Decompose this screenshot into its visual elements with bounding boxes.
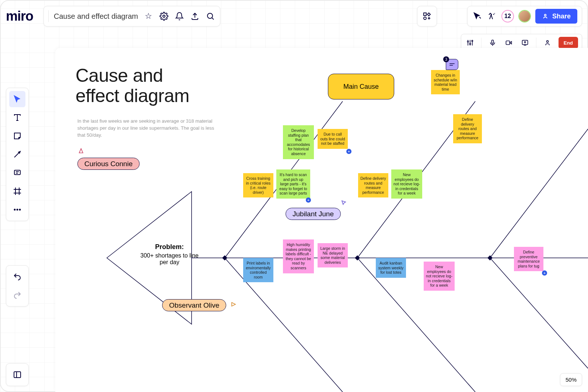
user-avatar[interactable]	[518, 10, 531, 22]
sticky-note[interactable]: New employees do not recieve log-in cred…	[424, 262, 455, 291]
collaborator-cursor-connie	[77, 147, 85, 157]
settings-icon[interactable]	[159, 11, 169, 21]
participant-count[interactable]: 12	[501, 10, 514, 22]
main-cause-box[interactable]: Main Cause	[328, 74, 394, 99]
sticky-note[interactable]: Define preventive maintenance plans for …	[514, 247, 543, 271]
tool-toolbar	[6, 88, 29, 221]
zoom-level[interactable]: 50%	[560, 373, 582, 386]
search-icon[interactable]	[205, 11, 216, 21]
problem-label: Problem: 300+ shortages to line per day	[136, 243, 203, 266]
miro-logo[interactable]: miro	[6, 8, 39, 24]
sticky-note[interactable]: Large storm in NE delayed some material …	[318, 243, 348, 267]
video-icon[interactable]	[504, 38, 514, 48]
sticky-note[interactable]: Print labels in enviromentally controlle…	[243, 258, 273, 282]
sticky-note[interactable]: New employees do not recieve log-in cred…	[391, 169, 422, 199]
bell-icon[interactable]	[174, 11, 185, 21]
screen-share-icon[interactable]	[520, 38, 530, 48]
sticky-note[interactable]: Due to call outs line could not be staff…	[318, 129, 348, 149]
sticky-note[interactable]: High humidity makes printing labels diff…	[283, 239, 314, 273]
svg-line-44	[357, 258, 475, 392]
sticky-note-tool[interactable]	[9, 128, 25, 144]
cursor-icon	[340, 199, 347, 208]
svg-rect-16	[491, 40, 493, 43]
svg-point-34	[17, 209, 18, 210]
settings-sliders-icon[interactable]	[465, 38, 475, 48]
sticky-note[interactable]: Develop staffing plan that accomodates f…	[283, 125, 314, 159]
svg-line-43	[225, 258, 343, 392]
add-plus-icon[interactable]: +	[542, 270, 547, 276]
collaborator-cursor-olive: Observant Olive	[162, 299, 237, 311]
cursor-icon	[230, 301, 237, 310]
select-tool[interactable]	[9, 91, 25, 107]
apps-icon[interactable]	[422, 11, 432, 21]
collaborator-label: Curious Connie	[77, 158, 140, 170]
redo-button[interactable]	[9, 287, 25, 303]
svg-line-42	[490, 129, 588, 258]
fishbone-lines	[55, 48, 588, 392]
comment-count: 3	[443, 56, 449, 62]
svg-point-33	[14, 209, 15, 210]
share-label: Share	[552, 13, 571, 20]
svg-point-2	[207, 13, 213, 18]
mic-icon[interactable]	[487, 38, 498, 48]
canvas[interactable]: Cause andeffect diagram In the last five…	[55, 48, 588, 392]
svg-point-13	[469, 43, 470, 45]
undo-button[interactable]	[9, 269, 25, 285]
divider	[536, 38, 536, 48]
reactions-icon[interactable]	[487, 11, 497, 21]
svg-point-5	[424, 17, 426, 20]
board-title[interactable]: Cause and effect diagram	[54, 12, 138, 21]
line-tool[interactable]	[9, 146, 25, 162]
cursor-mode-icon[interactable]	[472, 11, 482, 21]
panel-toggle[interactable]	[6, 363, 29, 386]
cursor-icon	[77, 147, 85, 157]
sticky-note[interactable]: Audit kanban system weekly for lost tote…	[376, 258, 406, 278]
sticky-note[interactable]: It's hard to scan and pich up large part…	[276, 169, 310, 199]
svg-point-0	[163, 15, 165, 17]
collaborator-cursor-june: Jubilant June	[286, 208, 341, 220]
svg-point-21	[546, 41, 548, 42]
apps-panel[interactable]	[417, 6, 437, 27]
svg-point-11	[467, 41, 468, 42]
collaborator-label: Jubilant June	[286, 208, 341, 220]
svg-point-15	[472, 40, 473, 41]
svg-line-3	[212, 18, 214, 20]
participants-icon[interactable]	[542, 38, 553, 48]
add-plus-icon[interactable]: +	[346, 149, 351, 154]
svg-line-8	[479, 17, 481, 18]
sticky-note[interactable]: Define delivery routes and measure perfo…	[453, 114, 482, 143]
text-tool[interactable]	[9, 109, 25, 126]
svg-rect-26	[14, 170, 20, 175]
history-panel	[6, 265, 29, 307]
svg-rect-4	[424, 13, 426, 15]
collaborator-label: Observant Olive	[162, 299, 226, 311]
svg-rect-36	[14, 372, 21, 378]
divider	[48, 10, 49, 22]
svg-line-45	[490, 258, 588, 368]
comment-tool[interactable]	[9, 165, 25, 181]
sticky-note[interactable]: Define delivery routes and measure perfo…	[358, 173, 388, 197]
svg-point-35	[20, 209, 21, 210]
divider	[481, 38, 482, 48]
svg-point-9	[545, 14, 546, 16]
more-tools[interactable]	[9, 202, 25, 218]
sticky-note[interactable]: Cross training in critical roles (i.e. r…	[243, 173, 273, 197]
end-call-button[interactable]: End	[559, 37, 578, 49]
export-icon[interactable]	[190, 11, 200, 21]
star-icon[interactable]: ☆	[143, 11, 154, 21]
board-header-panel: Cause and effect diagram ☆	[43, 6, 220, 27]
collaboration-cluster: 12 Share	[467, 6, 582, 27]
share-button[interactable]: Share	[535, 9, 577, 24]
comment-thread[interactable]: 3	[446, 59, 458, 70]
sticky-note[interactable]: Changes in schedule w/in material lead t…	[431, 70, 460, 94]
add-plus-icon[interactable]: +	[306, 197, 311, 203]
frame-tool[interactable]	[9, 183, 25, 199]
